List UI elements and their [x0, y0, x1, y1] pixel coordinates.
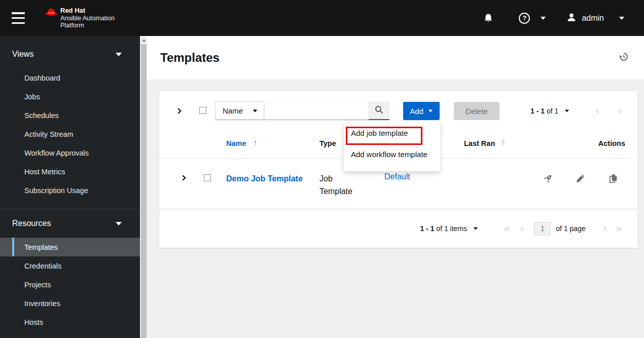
- help-icon[interactable]: ?: [519, 13, 530, 24]
- navbar-right: ? admin: [484, 0, 644, 36]
- expand-all-chevron-icon[interactable]: [176, 107, 183, 117]
- add-button[interactable]: Add: [403, 102, 440, 120]
- items-per-page-caret-down-icon[interactable]: [474, 227, 478, 230]
- scrollbar-thumb[interactable]: [141, 44, 147, 338]
- column-header-name[interactable]: Name: [226, 139, 246, 147]
- brand-logo: Red Hat Ansible Automation Platform: [45, 7, 115, 29]
- edit-pencil-icon[interactable]: [576, 174, 585, 185]
- redhat-hat-icon: [45, 7, 58, 19]
- column-header-actions: Actions: [598, 139, 625, 147]
- column-header-type: Type: [319, 139, 336, 147]
- filter-type-label: Name: [223, 106, 243, 115]
- help-caret-down-icon[interactable]: [541, 17, 546, 20]
- copy-icon[interactable]: [609, 174, 618, 185]
- first-page-icon[interactable]: «: [504, 223, 510, 234]
- filter-caret-down-icon: [253, 109, 258, 112]
- launch-rocket-icon[interactable]: [543, 174, 553, 185]
- column-header-last-ran[interactable]: Last Ran: [464, 139, 495, 147]
- history-icon[interactable]: [619, 52, 629, 64]
- template-type-cell: Job Template: [319, 172, 366, 198]
- sort-ascending-icon[interactable]: ↑: [254, 138, 257, 146]
- sidebar-item-credentials[interactable]: Credentials: [0, 256, 140, 275]
- sidebar-item-workflow-approvals[interactable]: Workflow Approvals: [0, 143, 140, 162]
- scrollbar-up-button[interactable]: [140, 36, 147, 44]
- brand-line-3: Platform: [60, 22, 115, 29]
- brand-line-2: Ansible Automation: [60, 15, 115, 22]
- search-button[interactable]: [369, 101, 389, 120]
- sidebar-group-views[interactable]: Views: [0, 44, 140, 64]
- menu-item-add-job-template[interactable]: Add job template: [351, 129, 408, 137]
- app-screen: Red Hat Ansible Automation Platform ?: [0, 0, 644, 338]
- sidebar-nav: Views Dashboard Jobs Schedules Activity …: [0, 36, 140, 338]
- sidebar-item-hosts[interactable]: Hosts: [0, 313, 140, 331]
- notifications-bell-icon[interactable]: [484, 13, 493, 23]
- sort-both-icon[interactable]: ↕: [500, 138, 506, 146]
- prev-page-icon[interactable]: ‹: [595, 105, 599, 117]
- top-navbar: Red Hat Ansible Automation Platform ?: [0, 0, 644, 36]
- row-expand-chevron-icon[interactable]: [181, 174, 187, 183]
- next-page-icon[interactable]: ›: [603, 223, 607, 234]
- sidebar-item-projects[interactable]: Projects: [0, 275, 140, 294]
- top-pagination: 1 - 1 of 1 ‹ ›: [530, 102, 622, 120]
- delete-button[interactable]: Delete: [454, 102, 499, 120]
- add-caret-down-icon: [428, 109, 433, 112]
- sidebar-item-jobs[interactable]: Jobs: [0, 87, 140, 106]
- search-group: [264, 101, 389, 120]
- help-menu[interactable]: ?: [519, 13, 546, 24]
- next-page-icon[interactable]: ›: [618, 105, 622, 117]
- organization-link[interactable]: Default: [384, 172, 410, 181]
- resources-group-label: Resources: [12, 219, 51, 228]
- username-label: admin: [582, 14, 604, 23]
- row-select-checkbox[interactable]: [204, 174, 211, 181]
- hamburger-menu-icon[interactable]: [12, 12, 25, 24]
- user-caret-down-icon[interactable]: [619, 17, 624, 20]
- views-group-label: Views: [12, 50, 33, 59]
- scroll-up-arrow-icon: [142, 39, 146, 42]
- search-icon: [375, 105, 383, 116]
- per-page-caret-down-icon[interactable]: [565, 109, 569, 112]
- sidebar-item-host-metrics[interactable]: Host Metrics: [0, 162, 140, 181]
- add-dropdown-menu: Add job template Add workflow template: [344, 122, 440, 171]
- user-icon: [566, 12, 577, 24]
- sidebar-item-subscription-usage[interactable]: Subscription Usage: [0, 181, 140, 200]
- search-input[interactable]: [264, 101, 369, 120]
- last-page-icon[interactable]: »: [616, 223, 622, 234]
- page-header: Templates: [147, 36, 644, 80]
- views-nav-list: Dashboard Jobs Schedules Activity Stream…: [0, 64, 140, 205]
- sidebar-item-dashboard[interactable]: Dashboard: [0, 68, 140, 87]
- prev-page-icon[interactable]: ‹: [520, 223, 524, 234]
- filter-type-select[interactable]: Name: [215, 101, 264, 120]
- sidebar-item-templates[interactable]: Templates: [0, 238, 140, 256]
- item-range: 1 - 1: [530, 107, 545, 115]
- vertical-scrollbar[interactable]: [140, 36, 147, 338]
- of-pages-label: of 1 page: [556, 224, 585, 233]
- page-title: Templates: [160, 51, 220, 65]
- sidebar-item-schedules[interactable]: Schedules: [0, 106, 140, 125]
- chevron-down-icon: [116, 53, 122, 56]
- menu-item-add-workflow-template[interactable]: Add workflow template: [351, 150, 427, 159]
- current-page-input[interactable]: [534, 222, 551, 236]
- bottom-pagination: 1 - 1 of 1 items « ‹ of 1 page › »: [159, 209, 637, 248]
- items-range-total: of 1 items: [436, 224, 467, 233]
- user-menu[interactable]: admin: [566, 12, 624, 24]
- main-content: Templates Name: [147, 36, 644, 338]
- template-name-link[interactable]: Demo Job Template: [226, 172, 303, 185]
- sidebar-item-activity-stream[interactable]: Activity Stream: [0, 125, 140, 143]
- brand-text: Red Hat Ansible Automation Platform: [60, 7, 115, 29]
- brand-line-1: Red Hat: [60, 7, 115, 15]
- select-all-checkbox[interactable]: [199, 107, 206, 114]
- resources-nav-list: Templates Credentials Projects Inventori…: [0, 234, 140, 336]
- sidebar-item-inventories[interactable]: Inventories: [0, 294, 140, 313]
- chevron-down-icon: [116, 222, 122, 226]
- sidebar-divider: [0, 209, 140, 209]
- sidebar-group-resources[interactable]: Resources: [0, 213, 140, 234]
- items-range: 1 - 1: [420, 224, 434, 233]
- item-range-total: of 1: [547, 107, 558, 115]
